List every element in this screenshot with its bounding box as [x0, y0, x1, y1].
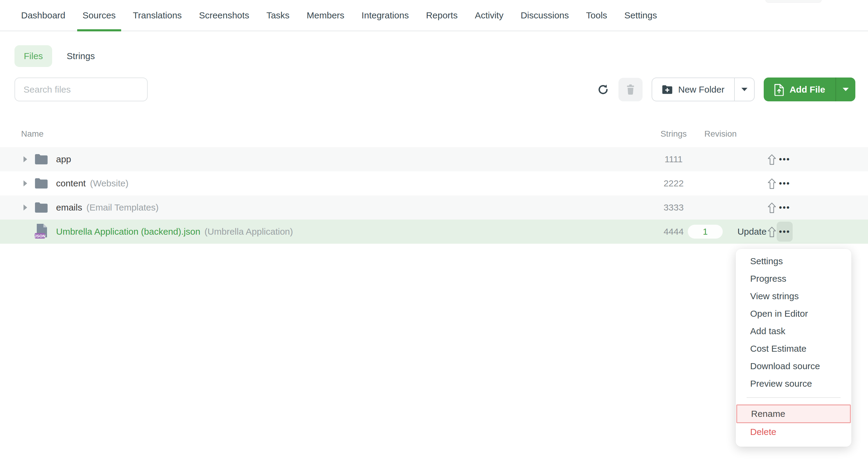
caret-spacer	[24, 229, 27, 235]
table-row-file-umbrella-application[interactable]: JSON Umbrella Application (backend).json…	[0, 220, 868, 244]
column-header-strings: Strings	[657, 129, 690, 139]
menu-item-progress[interactable]: Progress	[736, 270, 851, 287]
file-title-note: (Umbrella Application)	[205, 227, 293, 237]
nav-item-screenshots[interactable]: Screenshots	[199, 0, 249, 30]
tab-strings[interactable]: Strings	[67, 51, 95, 61]
nav-item-discussions[interactable]: Discussions	[521, 0, 569, 30]
files-toolbar: New Folder Add File	[0, 78, 868, 101]
upload-translations-button[interactable]	[766, 202, 778, 214]
upload-arrow-icon	[767, 226, 777, 238]
nav-item-reports[interactable]: Reports	[426, 0, 458, 30]
file-upload-icon	[774, 83, 784, 96]
upload-arrow-icon	[767, 154, 777, 165]
menu-divider	[747, 397, 841, 398]
nav-item-sources[interactable]: Sources	[83, 0, 116, 30]
add-file-button-group: Add File	[764, 78, 855, 101]
upload-translations-button[interactable]	[766, 177, 778, 190]
folder-name[interactable]: app	[56, 154, 71, 165]
new-folder-dropdown-button[interactable]	[735, 78, 754, 101]
more-actions-button[interactable]	[777, 173, 793, 193]
file-name-link[interactable]: Umbrella Application (backend).json	[56, 227, 200, 237]
nav-item-tools[interactable]: Tools	[586, 0, 607, 30]
menu-item-delete[interactable]: Delete	[736, 423, 851, 441]
nav-item-translations[interactable]: Translations	[133, 0, 182, 30]
add-file-label: Add File	[789, 84, 825, 95]
svg-text:JSON: JSON	[34, 234, 45, 238]
add-file-button[interactable]: Add File	[764, 78, 835, 101]
json-file-icon: JSON	[34, 224, 48, 240]
column-header-revision: Revision	[704, 129, 737, 139]
upload-translations-button[interactable]	[766, 226, 778, 238]
refresh-button[interactable]	[597, 83, 610, 96]
expand-caret-icon[interactable]	[24, 204, 27, 210]
nav-item-integrations[interactable]: Integrations	[362, 0, 409, 30]
menu-item-open-in-editor[interactable]: Open in Editor	[736, 305, 851, 322]
refresh-icon	[597, 83, 610, 96]
nav-item-activity[interactable]: Activity	[475, 0, 503, 30]
menu-item-download-source[interactable]: Download source	[736, 357, 851, 375]
tab-files[interactable]: Files	[14, 45, 52, 67]
delete-selected-button[interactable]	[618, 78, 643, 101]
menu-item-settings[interactable]: Settings	[736, 253, 851, 270]
folder-title-note: (Website)	[90, 178, 128, 188]
update-link[interactable]: Update	[736, 227, 768, 237]
ellipsis-icon	[779, 203, 790, 212]
menu-item-preview-source[interactable]: Preview source	[736, 375, 851, 392]
upload-translations-button[interactable]	[766, 153, 778, 166]
search-input[interactable]	[14, 78, 148, 101]
nav-item-settings[interactable]: Settings	[624, 0, 657, 30]
menu-item-cost-estimate[interactable]: Cost Estimate	[736, 340, 851, 357]
folder-title-note: (Email Templates)	[87, 202, 159, 213]
expand-caret-icon[interactable]	[24, 156, 27, 162]
chevron-down-icon	[843, 88, 849, 91]
upload-arrow-icon	[767, 178, 777, 190]
new-folder-icon	[662, 85, 673, 94]
strings-count: 1111	[657, 154, 690, 165]
more-actions-button-open[interactable]	[777, 222, 793, 241]
table-row-folder-app[interactable]: app 1111	[0, 147, 868, 171]
file-context-menu: Settings Progress View strings Open in E…	[736, 249, 851, 447]
table-row-folder-emails[interactable]: emails (Email Templates) 3333	[0, 196, 868, 220]
folder-name[interactable]: emails	[56, 202, 82, 213]
add-file-dropdown-button[interactable]	[836, 78, 855, 101]
upload-arrow-icon	[767, 202, 777, 213]
strings-count: 4444	[657, 227, 690, 237]
toolbar-actions: New Folder Add File	[597, 78, 855, 101]
view-tabs: Files Strings	[14, 45, 868, 67]
expand-caret-icon[interactable]	[24, 180, 27, 186]
new-folder-button[interactable]: New Folder	[652, 78, 734, 101]
folder-name[interactable]: content	[56, 178, 86, 188]
project-nav: Dashboard Sources Translations Screensho…	[0, 0, 868, 31]
menu-item-rename-highlighted[interactable]: Rename	[736, 405, 851, 423]
column-header-name: Name	[0, 129, 44, 139]
ellipsis-icon	[779, 155, 790, 164]
new-folder-label: New Folder	[678, 84, 724, 95]
table-header: Name Strings Revision	[0, 121, 868, 147]
nav-item-dashboard[interactable]: Dashboard	[21, 0, 65, 30]
strings-count: 3333	[657, 202, 690, 213]
nav-item-members[interactable]: Members	[307, 0, 344, 30]
menu-item-view-strings[interactable]: View strings	[736, 287, 851, 305]
ellipsis-icon	[779, 227, 790, 236]
revision-badge[interactable]: 1	[688, 225, 723, 239]
ellipsis-icon	[779, 179, 790, 188]
strings-count: 2222	[657, 178, 690, 188]
folder-icon	[34, 202, 48, 213]
menu-item-add-task[interactable]: Add task	[736, 322, 851, 340]
trash-icon	[625, 84, 636, 95]
cutoff-popover-remnant	[766, 0, 822, 3]
new-folder-button-group: New Folder	[652, 78, 754, 101]
nav-item-tasks[interactable]: Tasks	[267, 0, 290, 30]
folder-icon	[34, 153, 48, 165]
chevron-down-icon	[741, 88, 747, 91]
files-table: Name Strings Revision app 1111 content (…	[0, 121, 868, 244]
more-actions-button[interactable]	[777, 149, 793, 169]
more-actions-button[interactable]	[777, 198, 793, 217]
folder-icon	[34, 178, 48, 189]
table-row-folder-content[interactable]: content (Website) 2222	[0, 171, 868, 196]
